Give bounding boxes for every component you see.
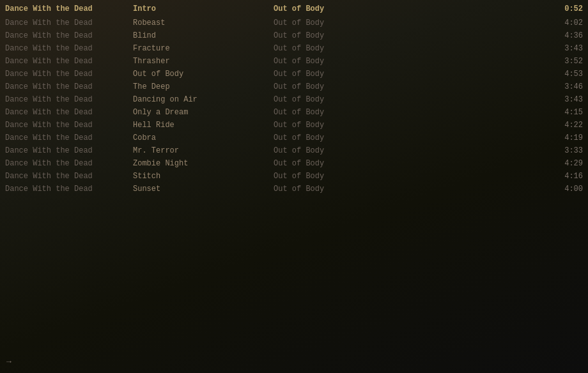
table-row[interactable]: Dance With the Dead Stitch Out of Body 4… [0, 170, 588, 183]
tracks-container: Dance With the Dead Robeast Out of Body … [0, 17, 588, 195]
track-title: Stitch [133, 171, 274, 181]
track-duration: 4:19 [545, 133, 583, 143]
track-duration: 3:46 [545, 82, 583, 92]
track-duration: 3:33 [545, 146, 583, 156]
track-album: Out of Body [274, 107, 545, 118]
track-album: Out of Body [274, 82, 545, 92]
track-duration: 4:16 [545, 171, 583, 181]
track-artist: Dance With the Dead [5, 56, 133, 66]
track-artist: Dance With the Dead [5, 43, 133, 54]
table-row[interactable]: Dance With the Dead Blind Out of Body 4:… [0, 29, 588, 42]
table-row[interactable]: Dance With the Dead Robeast Out of Body … [0, 17, 588, 29]
col-header-album: Out of Body [274, 4, 545, 14]
track-duration: 4:53 [545, 69, 583, 79]
arrow-indicator: → [6, 357, 12, 367]
track-artist: Dance With the Dead [5, 120, 133, 130]
col-header-duration: 0:52 [545, 4, 583, 14]
track-duration: 3:43 [545, 43, 583, 54]
track-album: Out of Body [274, 133, 545, 143]
track-album: Out of Body [274, 95, 545, 105]
track-artist: Dance With the Dead [5, 107, 133, 118]
table-row[interactable]: Dance With the Dead Out of Body Out of B… [0, 68, 588, 80]
table-row[interactable]: Dance With the Dead Cobra Out of Body 4:… [0, 132, 588, 144]
table-row[interactable]: Dance With the Dead Hell Ride Out of Bod… [0, 119, 588, 132]
track-artist: Dance With the Dead [5, 171, 133, 181]
track-title: Dancing on Air [133, 95, 274, 105]
track-title: Robeast [133, 18, 274, 28]
track-album: Out of Body [274, 69, 545, 79]
track-title: Out of Body [133, 69, 274, 79]
track-album: Out of Body [274, 146, 545, 156]
track-title: Cobra [133, 133, 274, 143]
track-artist: Dance With the Dead [5, 146, 133, 156]
track-duration: 4:02 [545, 18, 583, 28]
track-album: Out of Body [274, 56, 545, 66]
track-list: Dance With the Dead Intro Out of Body 0:… [0, 0, 588, 198]
track-title: Only a Dream [133, 107, 274, 118]
col-header-artist: Dance With the Dead [5, 4, 133, 14]
table-row[interactable]: Dance With the Dead Only a Dream Out of … [0, 106, 588, 119]
track-album: Out of Body [274, 31, 545, 41]
table-row[interactable]: Dance With the Dead Zombie Night Out of … [0, 157, 588, 170]
track-duration: 3:52 [545, 56, 583, 66]
track-duration: 4:22 [545, 120, 583, 130]
track-artist: Dance With the Dead [5, 95, 133, 105]
track-title: The Deep [133, 82, 274, 92]
track-album: Out of Body [274, 171, 545, 181]
track-title: Hell Ride [133, 120, 274, 130]
track-artist: Dance With the Dead [5, 31, 133, 41]
col-header-title: Intro [133, 4, 274, 14]
table-row[interactable]: Dance With the Dead Sunset Out of Body 4… [0, 183, 588, 195]
track-title: Blind [133, 31, 274, 41]
track-artist: Dance With the Dead [5, 18, 133, 28]
track-artist: Dance With the Dead [5, 184, 133, 194]
track-album: Out of Body [274, 158, 545, 169]
track-title: Zombie Night [133, 158, 274, 169]
track-album: Out of Body [274, 43, 545, 54]
table-row[interactable]: Dance With the Dead Dancing on Air Out o… [0, 93, 588, 106]
track-title: Sunset [133, 184, 274, 194]
track-title: Fracture [133, 43, 274, 54]
track-title: Thrasher [133, 56, 274, 66]
track-duration: 3:43 [545, 95, 583, 105]
track-artist: Dance With the Dead [5, 69, 133, 79]
track-artist: Dance With the Dead [5, 82, 133, 92]
track-artist: Dance With the Dead [5, 158, 133, 169]
track-album: Out of Body [274, 120, 545, 130]
table-row[interactable]: Dance With the Dead Fracture Out of Body… [0, 42, 588, 55]
track-duration: 4:15 [545, 107, 583, 118]
track-duration: 4:00 [545, 184, 583, 194]
track-album: Out of Body [274, 184, 545, 194]
table-row[interactable]: Dance With the Dead Mr. Terror Out of Bo… [0, 144, 588, 157]
track-list-header: Dance With the Dead Intro Out of Body 0:… [0, 3, 588, 15]
table-row[interactable]: Dance With the Dead The Deep Out of Body… [0, 80, 588, 93]
track-duration: 4:29 [545, 158, 583, 169]
track-duration: 4:36 [545, 31, 583, 41]
track-artist: Dance With the Dead [5, 133, 133, 143]
track-album: Out of Body [274, 18, 545, 28]
track-title: Mr. Terror [133, 146, 274, 156]
table-row[interactable]: Dance With the Dead Thrasher Out of Body… [0, 55, 588, 68]
